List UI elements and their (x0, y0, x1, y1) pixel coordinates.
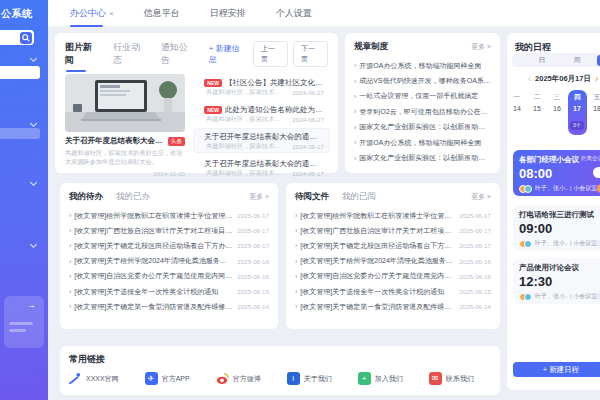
chevron-down-icon[interactable] (30, 179, 37, 186)
event-time: 09:00 (519, 221, 600, 236)
todo-list-item[interactable]: › [收文管理]关于确定北校区田径运动场看台下方办公室改造工.. 2025-06… (60, 238, 278, 253)
todo-list-item[interactable]: › [收文管理]关于选报全年一次性奖金计税的通知 2025-06-15 (60, 284, 278, 299)
sidebar-search-input[interactable] (0, 30, 34, 45)
tab-schedule[interactable]: 日程安排 (210, 0, 246, 27)
file-list-item[interactable]: › [收文管理]关于梧州学院2024年清理化粪池服务项目评审小组.. 2025-… (286, 254, 500, 269)
link-join-us[interactable]: + 加入我们 (358, 372, 403, 385)
todo-item-date: 2025-06-16 (237, 273, 269, 280)
news-list-item[interactable]: · NEW 【社区公告】共建社区文化与生态、一起共... 共建和谐社区，探索技术… (193, 74, 330, 99)
todo-item-title: [收文管理]梧州学院教职工在职攻读博士学位管理办法(修订) (74, 211, 232, 221)
quick-links-title: 常用链接 (60, 346, 500, 370)
link-contact-us[interactable]: ✉ 联系我们 (429, 372, 474, 385)
featured-news[interactable]: 关于召开年度总结表彰大会的通知 头条 共建和谐社区，探索技术的美好生活，欢迎大家… (65, 74, 185, 182)
event-title: 打电话给张三进行测试 (519, 210, 600, 220)
date-cell[interactable]: 15 (527, 105, 547, 112)
link-official-site[interactable]: XXXX官网 (69, 372, 119, 385)
prev-page-button[interactable]: 上一页 (253, 41, 288, 67)
event-card[interactable]: 距离会议 各部门经理小会议 08:00 叶子、张小.. | 小会议室 进行中 (513, 150, 600, 196)
sidebar-item[interactable] (0, 128, 40, 139)
item-arrow-icon: › (69, 227, 71, 234)
todo-list-item[interactable]: › [收文管理]自治区党委办公厅关于规范使用党内同志称谓的通知 2025-06-… (60, 269, 278, 284)
event-card[interactable]: 产品使用讨论会议 12:30 叶子、张小.. | 小会议室 3个人 (513, 258, 600, 304)
event-card[interactable]: 打电话给张三进行测试 09:00 叶子、张小.. | 小会议室 3个人 (513, 205, 600, 251)
file-list-item[interactable]: › [收文管理]梧州学院教职工在职攻读博士学位管理办法(修订) 2025-06-… (286, 208, 500, 223)
news-item-title: 关于召开年度总结表彰大会的通知关于召开年度总结 (204, 132, 324, 142)
tab-notices[interactable]: 通知公告 (161, 41, 195, 67)
rule-list-item[interactable]: › 开源OA办公系统，移动端功能同样全面 (345, 58, 500, 73)
date-cell[interactable]: 16 (547, 105, 567, 112)
tab-personal-settings[interactable]: 个人设置 (276, 0, 312, 27)
item-arrow-icon: › (354, 93, 356, 100)
news-item-date: 2024-06-17 (286, 170, 324, 177)
file-list-item[interactable]: › [收文管理]广西壮族自治区审计厅关于对工程项目地质勘察实.. 2025-06… (286, 223, 500, 238)
next-page-button[interactable]: 下一页 (293, 41, 328, 67)
tab-industry-news[interactable]: 行业动态 (113, 41, 147, 67)
add-schedule-button[interactable]: + 新建日程 (513, 362, 600, 377)
weekday-cell[interactable]: 五 (587, 93, 600, 102)
rule-list-item[interactable]: › 成品VS低代码快速开发，哪种政务OA系统更好呢？ (345, 73, 500, 88)
avatar (524, 185, 532, 193)
file-list-item[interactable]: › [收文管理]自治区党委办公厅关于规范使用党内同志称谓的通知 2025-06-… (286, 269, 500, 284)
tab-info-platform[interactable]: 信息平台 (144, 0, 180, 27)
file-item-title: [收文管理]关于确定北校区田径运动场看台下方办公室改造工.. (300, 241, 454, 251)
item-arrow-icon: › (69, 212, 71, 219)
todo-list-item[interactable]: › [收文管理]梧州学院教职工在职攻读博士学位管理办法(修订) 2025-06-… (60, 208, 278, 223)
news-list-item[interactable]: · 关于召开年度总结表彰大会的通知关于召开年度总结 共建和谐社区，探索技术的快乐… (193, 128, 330, 153)
tab-files-to-read[interactable]: 待阅文件 (295, 191, 329, 203)
weekday-cell[interactable]: 一 (507, 93, 527, 102)
new-info-button[interactable]: + 新建信息 (209, 43, 244, 65)
todo-list-item[interactable]: › [收文管理]关于梧州学院2024年清理化粪池服务项目评审小组.. 2025-… (60, 254, 278, 269)
link-official-app[interactable]: ✈ 官方APP (145, 372, 190, 385)
weekday-cell[interactable]: 三 (547, 93, 567, 102)
link-label: 官方APP (162, 374, 190, 384)
news-item-date: 2024-06-27 (286, 89, 324, 96)
weekday-cell[interactable]: 四 (567, 93, 587, 102)
sidebar-item-selected[interactable] (0, 66, 40, 79)
event-enter-button[interactable] (593, 167, 600, 178)
event-time: 12:30 (519, 274, 600, 289)
rule-list-item[interactable]: › 一站式会议管理，仅需一部手机就搞定 (345, 89, 500, 104)
todo-more-link[interactable]: 更多 » (249, 192, 269, 202)
news-thumbnail-image (65, 74, 185, 132)
tab-my-done[interactable]: 我的已办 (116, 191, 150, 203)
link-official-weibo[interactable]: 官方微博 (216, 372, 261, 385)
todo-item-date: 2025-06-17 (237, 227, 269, 234)
tab-office-center[interactable]: 办公中心× (70, 0, 114, 27)
rule-list-item[interactable]: › 开源OA办公系统，移动端功能同样全面 (345, 135, 500, 150)
item-arrow-icon: › (354, 62, 356, 69)
link-about-us[interactable]: i 关于我们 (287, 372, 332, 385)
file-item-date: 2025-06-15 (459, 288, 491, 295)
arrow-right-icon[interactable]: → (27, 300, 36, 310)
rule-list-item[interactable]: › 国家文化产业创新实验区：以创新推动产业发展 (345, 150, 500, 165)
tab-my-todo[interactable]: 我的待办 (69, 191, 103, 203)
file-list-item[interactable]: › [收文管理]关于确定第一食堂消防管道及配件维修项目评审、.. 2025-06… (286, 299, 500, 314)
event-list: 距离会议 各部门经理小会议 08:00 叶子、张小.. | 小会议室 进行中 打… (507, 33, 600, 390)
tab-picture-news[interactable]: 图片新闻 (65, 41, 99, 67)
date-cell[interactable]: 14 (507, 105, 527, 112)
sidebar-promo-card[interactable]: → (4, 296, 44, 348)
close-icon[interactable]: × (109, 9, 114, 18)
todo-list-item[interactable]: › [收文管理]广西壮族自治区审计厅关于对工程项目地质勘察实.. 2025-06… (60, 223, 278, 238)
rules-more-link[interactable]: 更多 » (471, 42, 491, 52)
todo-list-item[interactable]: › [收文管理]关于确定第一食堂消防管道及配件维修项目评审、.. 2025-06… (60, 299, 278, 314)
chevron-down-icon[interactable] (30, 241, 37, 248)
file-list-item[interactable]: › [收文管理]关于确定北校区田径运动场看台下方办公室改造工.. 2025-06… (286, 238, 500, 253)
date-cell[interactable]: 17 (567, 105, 587, 112)
rule-list-item[interactable]: › 登录到O2云，即可使用包括移动办公在内的所有功能! (345, 104, 500, 119)
file-list-item[interactable]: › [收文管理]关于选报全年一次性奖金计税的通知 2025-06-15 (286, 284, 500, 299)
chevron-down-icon[interactable] (30, 55, 37, 62)
files-list: › [收文管理]梧州学院教职工在职攻读博士学位管理办法(修订) 2025-06-… (286, 208, 500, 314)
tab-files-read[interactable]: 我的已阅 (342, 191, 376, 203)
news-list-item[interactable]: · NEW 此处为通知公告名称此处为通知公告名称 共建和谐社区，探索技术的快乐 … (193, 101, 330, 126)
item-arrow-icon: › (295, 212, 297, 219)
news-item-summary: 共建和谐社区，探索技术的快乐 (206, 169, 286, 178)
files-more-link[interactable]: 更多 » (471, 192, 491, 202)
news-list-item[interactable]: · 关于召开年度总结表彰大会的通知关于召开年度总... 共建和谐社区，探索技术的… (193, 155, 330, 180)
weekday-cell[interactable]: 二 (527, 93, 547, 102)
chevron-down-icon[interactable] (30, 120, 37, 127)
sidebar: 公系统 → (0, 0, 48, 400)
schedule-panel: 我的日程 日 周 月 ‹ 2025年06月17日 › 一二三四五 1415161… (507, 33, 600, 390)
search-button[interactable] (20, 32, 32, 44)
rule-list-item[interactable]: › 国家文化产业创新实验区：以创新推动产业发展 (345, 120, 500, 135)
date-cell[interactable]: 18 (587, 105, 600, 112)
